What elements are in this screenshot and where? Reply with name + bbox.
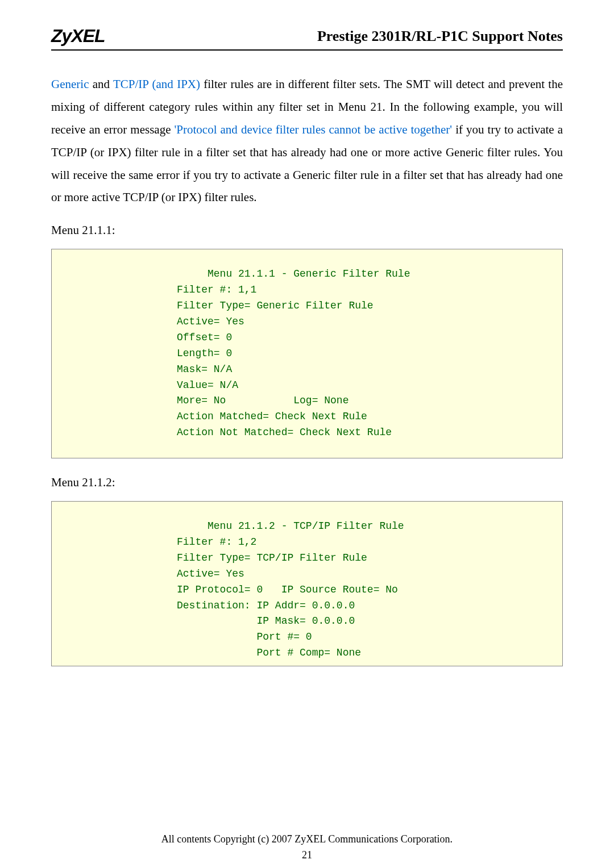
content-area: Generic and TCP/IP (and IPX) filter rule… — [0, 51, 614, 666]
text-error-msg: 'Protocol and device filter rules cannot… — [175, 123, 453, 136]
page-title: Prestige 2301R/RL-P1C Support Notes — [317, 28, 563, 47]
intro-paragraph: Generic and TCP/IP (and IPX) filter rule… — [51, 73, 563, 209]
menu-label-1: Menu 21.1.1: — [51, 223, 563, 237]
code-block-2: Menu 21.1.2 - TCP/IP Filter Rule Filter … — [51, 501, 563, 666]
code-block-1: Menu 21.1.1 - Generic Filter Rule Filter… — [51, 249, 563, 458]
menu-label-2: Menu 21.1.2: — [51, 475, 563, 490]
text-generic: Generic — [51, 77, 89, 91]
text-and: and — [89, 77, 113, 91]
page-header: ZyXEL Prestige 2301R/RL-P1C Support Note… — [51, 0, 563, 51]
page-number: 21 — [0, 849, 614, 861]
logo: ZyXEL — [51, 26, 105, 47]
footer-copyright: All contents Copyright (c) 2007 ZyXEL Co… — [0, 833, 614, 845]
text-tcpip: TCP/IP (and IPX) — [113, 77, 200, 91]
